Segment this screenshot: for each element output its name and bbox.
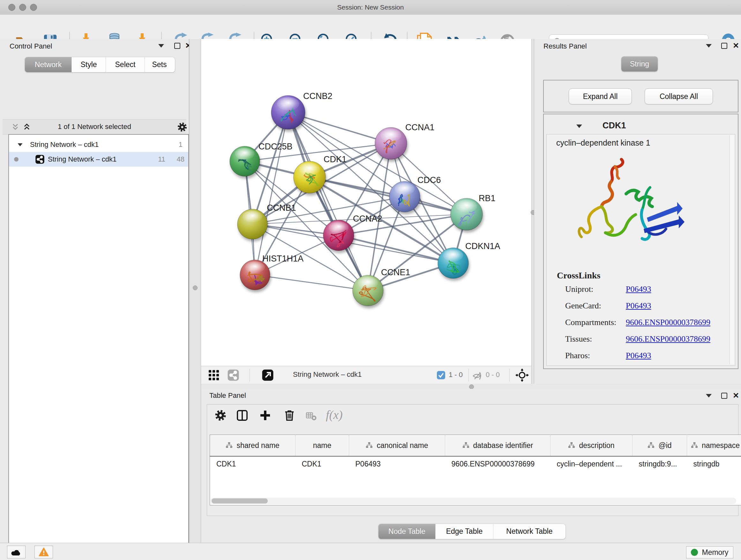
network-node-CCNB1[interactable]: [238, 209, 267, 239]
control-panel-tabs: Network Style Select Sets: [24, 57, 175, 72]
network-node-CCNE1[interactable]: [353, 275, 383, 306]
tab-network[interactable]: Network: [25, 57, 71, 72]
panel-menu-icon[interactable]: [706, 44, 712, 48]
network-node-CCNA2[interactable]: [323, 220, 354, 251]
network-edge-count: 48: [177, 155, 185, 164]
table-horizontal-scrollbar[interactable]: [210, 498, 736, 504]
main-toolbar: ?: [0, 15, 741, 39]
collapse-all-button[interactable]: Collapse All: [645, 88, 713, 105]
warnings-button[interactable]: [35, 546, 53, 558]
network-node-HIST1H1A[interactable]: [240, 260, 270, 290]
network-node-RB1[interactable]: [451, 198, 482, 230]
column-header-namespace[interactable]: namespace: [687, 435, 741, 456]
network-node-CDKN1A[interactable]: [438, 248, 468, 278]
network-node-CCNA1[interactable]: [375, 127, 407, 159]
gene-section: CDK1 cyclin–dependent kinase 1: [543, 114, 738, 369]
tab-network-table[interactable]: Network Table: [493, 524, 565, 539]
fit-content-crosshair-icon[interactable]: [515, 368, 529, 382]
node-gloss-highlight: [235, 148, 255, 160]
table-options-gear-icon[interactable]: [214, 409, 227, 422]
table-header[interactable]: shared namenamecanonical namedatabase id…: [210, 435, 741, 456]
delete-column-icon[interactable]: [283, 409, 296, 422]
crosslink-label: Tissues:: [565, 334, 626, 344]
panel-splitter-vertical[interactable]: [531, 39, 534, 384]
node-label: CDKN1A: [465, 241, 500, 251]
gene-name: CDK1: [603, 121, 626, 131]
network-node-CDC6[interactable]: [389, 181, 420, 212]
network-node-CDK1[interactable]: [293, 161, 326, 193]
panel-menu-icon[interactable]: [158, 44, 164, 48]
hidden-eye-icon: [472, 370, 483, 381]
splitter-handle[interactable]: [469, 384, 474, 389]
crosslink-label: Compartments:: [565, 318, 626, 327]
crosslink-label: Pharos:: [565, 351, 626, 361]
column-header-canonical-name[interactable]: canonical name: [349, 435, 445, 456]
crosslink-label: Uniprot:: [565, 285, 626, 294]
splitter-handle[interactable]: [193, 286, 198, 290]
gene-description: cyclin–dependent kinase 1: [556, 138, 650, 147]
close-panel-icon[interactable]: ✕: [733, 393, 739, 398]
tab-sets[interactable]: Sets: [145, 57, 174, 72]
column-header-description[interactable]: description: [550, 435, 632, 456]
node-label: RB1: [479, 193, 495, 203]
panel-splitter-horizontal[interactable]: [201, 384, 741, 389]
grid-view-icon[interactable]: [208, 369, 219, 381]
network-edge[interactable]: [255, 275, 368, 291]
memory-button[interactable]: Memory: [686, 546, 733, 558]
crosslink-link[interactable]: 9606.ENSP00000378699: [626, 334, 711, 344]
expand-all-button[interactable]: Expand All: [569, 88, 632, 105]
column-header-shared-name[interactable]: shared name: [210, 435, 295, 456]
crosslink-link[interactable]: P06493: [626, 301, 651, 311]
results-panel-title: Results Panel: [543, 42, 587, 51]
crosslinks-list: Uniprot:P06493GeneCard:P06493Compartment…: [565, 285, 731, 368]
add-column-icon[interactable]: [259, 409, 272, 422]
panel-menu-icon[interactable]: [706, 394, 712, 397]
scrollbar-thumb[interactable]: [212, 498, 268, 503]
toolbar-separator: [468, 369, 469, 381]
section-expander-icon[interactable]: [576, 125, 582, 128]
network-edge[interactable]: [288, 112, 368, 291]
column-header-label: @id: [658, 441, 671, 450]
network-row-selected[interactable]: String Network – cdk1 11 48: [9, 152, 188, 167]
float-panel-icon[interactable]: [174, 43, 180, 49]
close-panel-icon[interactable]: ✕: [733, 43, 739, 49]
crosslink-link[interactable]: 9606.ENSP00000378699: [626, 318, 711, 327]
column-header--id[interactable]: @id: [632, 435, 687, 456]
crosslink-link[interactable]: P06493: [626, 285, 651, 294]
function-builder-icon: f(x): [326, 408, 343, 422]
show-columns-icon[interactable]: [236, 409, 249, 422]
tab-style[interactable]: Style: [71, 57, 106, 72]
column-header-label: canonical name: [377, 441, 428, 450]
selected-checkbox-icon[interactable]: [436, 371, 446, 380]
network-canvas[interactable]: CCNB2CCNA1CDC25BCDK1CDC6RB1CCNB1CCNA2CDK…: [201, 39, 531, 366]
tab-node-table[interactable]: Node Table: [379, 524, 435, 539]
network-collection-row[interactable]: String Network – cdk1 1: [9, 137, 188, 152]
table-type-tabs: Node Table Edge Table Network Table: [378, 523, 566, 539]
tab-string[interactable]: String: [621, 57, 658, 71]
float-panel-icon[interactable]: [721, 393, 727, 399]
network-options-gear-icon[interactable]: [177, 122, 188, 132]
column-type-icon: [462, 442, 469, 449]
tab-edge-table[interactable]: Edge Table: [435, 524, 493, 539]
cloud-button[interactable]: [7, 546, 25, 558]
results-panel-tabs: String: [621, 56, 658, 72]
float-panel-icon[interactable]: [721, 43, 727, 49]
birds-eye-view-icon[interactable]: [262, 369, 274, 381]
network-node-CDC25B[interactable]: [230, 146, 260, 176]
column-header-name[interactable]: name: [295, 435, 349, 456]
node-attribute-table[interactable]: shared namenamecanonical namedatabase id…: [210, 435, 741, 505]
results-scrollbar[interactable]: [730, 135, 734, 364]
column-type-icon: [691, 442, 698, 449]
network-share-icon[interactable]: [227, 369, 239, 381]
column-header-label: description: [579, 441, 614, 450]
column-header-database-identifier[interactable]: database identifier: [445, 435, 550, 456]
network-edge[interactable]: [310, 177, 467, 214]
network-node-CCNB2[interactable]: [271, 96, 305, 129]
collection-expander-icon[interactable]: [17, 143, 22, 146]
node-label: CCNE1: [381, 267, 410, 277]
crosslink-link[interactable]: P06493: [626, 351, 651, 361]
panel-splitter-vertical[interactable]: [189, 39, 201, 543]
tab-select[interactable]: Select: [106, 57, 145, 72]
network-selection-status: 1 of 1 Network selected: [3, 123, 186, 131]
network-edge[interactable]: [255, 112, 288, 275]
